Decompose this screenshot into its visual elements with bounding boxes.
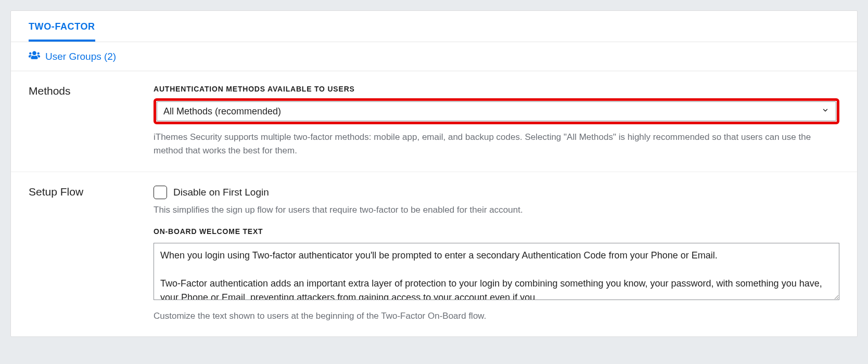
user-groups-link[interactable]: User Groups (2) <box>11 42 857 71</box>
section-setup-flow-title: Setup Flow <box>29 186 143 323</box>
settings-panel: TWO-FACTOR User Groups (2) Methods AUTHE… <box>10 10 858 337</box>
disable-first-login-label: Disable on First Login <box>173 187 269 198</box>
tab-two-factor[interactable]: TWO-FACTOR <box>29 11 95 42</box>
section-setup-flow: Setup Flow Disable on First Login This s… <box>11 172 857 337</box>
auth-methods-select[interactable]: All Methods (recommended) <box>157 101 836 121</box>
section-methods-title: Methods <box>29 85 143 158</box>
tab-bar: TWO-FACTOR <box>11 11 857 42</box>
disable-first-login-helper: This simplifies the sign up flow for use… <box>154 203 839 217</box>
welcome-text-label: ON-BOARD WELCOME TEXT <box>154 227 839 236</box>
users-icon <box>29 49 40 63</box>
welcome-text-helper: Customize the text shown to users at the… <box>154 309 839 323</box>
user-groups-label: User Groups (2) <box>45 51 116 62</box>
auth-methods-helper: iThemes Security supports multiple two-f… <box>154 131 839 158</box>
auth-methods-highlight: All Methods (recommended) <box>154 98 839 124</box>
section-methods: Methods AUTHENTICATION METHODS AVAILABLE… <box>11 71 857 172</box>
welcome-text-textarea[interactable] <box>154 243 839 300</box>
disable-first-login-checkbox[interactable] <box>154 186 167 199</box>
auth-methods-label: AUTHENTICATION METHODS AVAILABLE TO USER… <box>154 85 839 93</box>
